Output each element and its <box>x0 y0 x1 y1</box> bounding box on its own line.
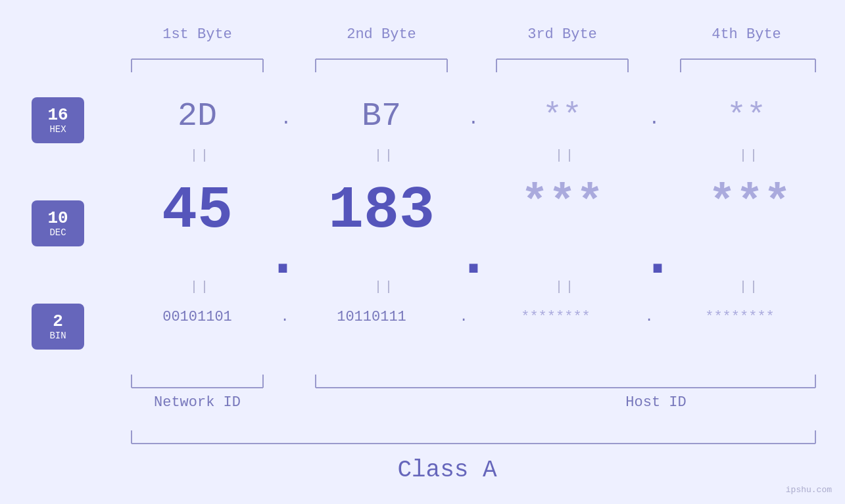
hex-dot3: . <box>641 108 667 129</box>
dec-dot1: . <box>270 223 296 290</box>
byte-header-3: 3rd Byte <box>496 26 628 43</box>
hex-badge: 16 HEX <box>32 97 84 143</box>
bin-b3: ******** <box>480 309 631 325</box>
bin-b4: ******** <box>664 309 815 325</box>
bin-b2: 10110111 <box>299 309 444 325</box>
eq2-b4: || <box>733 279 766 294</box>
watermark: ipshu.com <box>786 485 832 495</box>
dec-dot3: . <box>644 223 671 290</box>
eq2-b1: || <box>184 279 217 294</box>
main-layout: 1st Byte 2nd Byte 3rd Byte 4th Byte 16 H… <box>0 0 845 504</box>
eq1-b4: || <box>733 148 766 163</box>
eq1-b2: || <box>368 148 401 163</box>
bin-dot1: . <box>275 309 295 325</box>
host-id-label: Host ID <box>496 394 815 411</box>
bin-dot2: . <box>454 309 473 325</box>
dec-dot2: . <box>460 223 487 290</box>
eq1-b3: || <box>549 148 582 163</box>
dec-b1: 45 <box>132 177 263 244</box>
eq1-b1: || <box>184 148 217 163</box>
hex-dot1: . <box>273 108 299 129</box>
eq2-b3: || <box>549 279 582 294</box>
dec-b4: *** <box>677 177 822 229</box>
hex-dot2: . <box>460 108 487 129</box>
bin-dot3: . <box>639 309 659 325</box>
eq2-b2: || <box>368 279 401 294</box>
network-id-label: Network ID <box>132 394 263 411</box>
bin-badge: 2 BIN <box>32 304 84 350</box>
class-label: Class A <box>316 457 579 484</box>
hex-b4: ** <box>681 97 812 135</box>
hex-b2: B7 <box>316 97 447 135</box>
hex-b3: ** <box>496 97 628 135</box>
bin-b1: 00101101 <box>125 309 270 325</box>
byte-header-2: 2nd Byte <box>316 26 447 43</box>
dec-b2: 183 <box>302 177 460 244</box>
diagram-svg <box>0 0 845 504</box>
byte-header-4: 4th Byte <box>681 26 812 43</box>
byte-header-1: 1st Byte <box>132 26 263 43</box>
dec-badge: 10 DEC <box>32 200 84 246</box>
dec-b3: *** <box>490 177 635 229</box>
hex-b1: 2D <box>132 97 263 135</box>
